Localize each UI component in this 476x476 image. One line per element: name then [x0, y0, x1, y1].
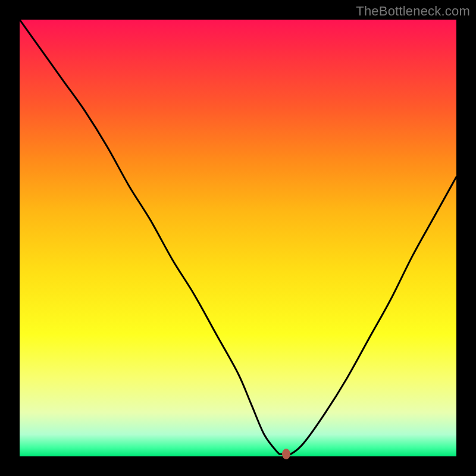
watermark-text: TheBottleneck.com	[356, 4, 470, 19]
bottleneck-curve	[20, 20, 456, 455]
curve-svg	[20, 20, 456, 456]
plot-area	[20, 20, 456, 456]
optimal-point-marker	[282, 449, 290, 459]
chart-frame: TheBottleneck.com	[0, 0, 476, 476]
